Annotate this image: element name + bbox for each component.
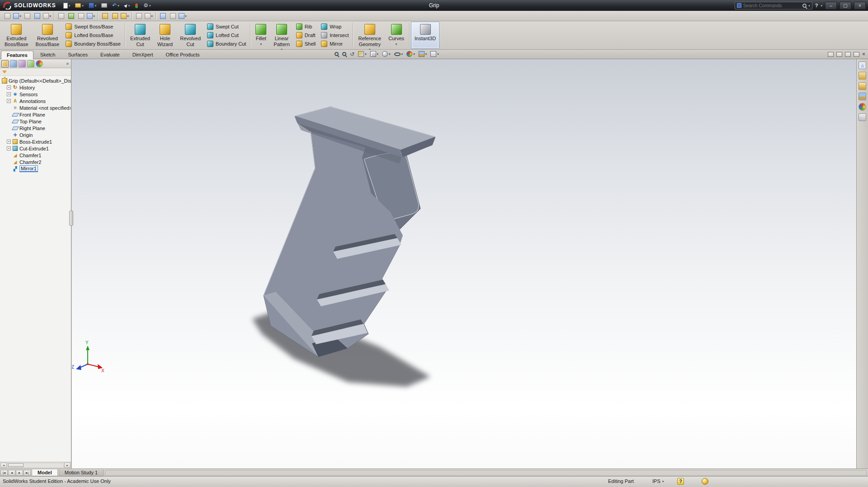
caret-icon[interactable]: ▾ bbox=[185, 14, 187, 18]
scrollbar-track[interactable] bbox=[7, 463, 64, 468]
close-pane-icon[interactable]: × bbox=[862, 52, 865, 57]
caret-icon[interactable]: ▾ bbox=[93, 14, 95, 18]
caret-icon[interactable]: ▾ bbox=[19, 14, 21, 18]
rebuild-button[interactable] bbox=[133, 1, 140, 10]
curves-button[interactable]: Curves ▾ bbox=[385, 22, 408, 49]
view-preset-icon-2[interactable] bbox=[110, 12, 119, 20]
tool-icon-6[interactable] bbox=[57, 12, 66, 20]
edit-appearance-button[interactable]: ▾ bbox=[406, 51, 416, 57]
extruded-boss-base-button[interactable]: Extruded Boss/Base bbox=[1, 22, 32, 49]
linear-pattern-button[interactable]: Linear Pattern ▾ bbox=[270, 22, 293, 49]
search-icon[interactable] bbox=[802, 4, 807, 8]
units-dropdown[interactable]: IPS ▾ bbox=[652, 478, 664, 484]
search-caret-icon[interactable]: ▾ bbox=[808, 4, 810, 7]
caret-icon[interactable]: ▾ bbox=[260, 42, 262, 46]
close-button[interactable]: × bbox=[854, 2, 866, 9]
caret-icon[interactable]: ▾ bbox=[437, 52, 439, 56]
tool-icon-13[interactable] bbox=[168, 12, 177, 20]
previous-tab-button[interactable]: ◂ bbox=[8, 470, 15, 476]
view-palette-icon[interactable] bbox=[859, 93, 866, 100]
appearances-scenes-icon[interactable] bbox=[859, 103, 866, 111]
save-button[interactable]: ▾ bbox=[87, 1, 99, 10]
scroll-left-button[interactable]: ◂ bbox=[0, 463, 7, 468]
view-orientation-button[interactable]: ▾ bbox=[369, 51, 380, 57]
displaymanager-tab-icon[interactable] bbox=[36, 60, 43, 67]
tree-item-sensors[interactable]: + ◉ Sensors bbox=[1, 91, 70, 98]
filter-funnel-icon[interactable] bbox=[2, 70, 7, 74]
expand-icon[interactable]: + bbox=[7, 140, 11, 144]
tool-icon-10[interactable] bbox=[134, 12, 143, 20]
caret-icon[interactable]: ▾ bbox=[396, 42, 397, 46]
expand-icon[interactable]: + bbox=[7, 92, 11, 96]
expand-icon[interactable]: + bbox=[7, 146, 11, 150]
zoom-to-area-button[interactable] bbox=[341, 52, 347, 56]
tool-icon-1[interactable] bbox=[3, 12, 12, 20]
caret-icon[interactable]: ▾ bbox=[377, 52, 379, 56]
restore-button[interactable]: ▢ bbox=[840, 2, 851, 9]
caret-icon[interactable]: ▾ bbox=[401, 52, 403, 56]
fillet-button[interactable]: Fillet ▾ bbox=[252, 22, 270, 49]
select-button[interactable]: ▶▾ bbox=[123, 1, 132, 10]
wrap-button[interactable]: Wrap bbox=[321, 23, 349, 30]
tree-item-boss-extrude1[interactable]: + Boss-Extrude1 bbox=[1, 138, 70, 145]
tab-office-products[interactable]: Office Products bbox=[160, 50, 206, 59]
pane-icon-1[interactable] bbox=[828, 52, 834, 57]
print-button[interactable] bbox=[99, 1, 109, 10]
tree-item-top-plane[interactable]: Top Plane bbox=[1, 118, 70, 125]
tool-icon-11[interactable]: ▾ bbox=[144, 12, 153, 20]
draft-button[interactable]: Draft bbox=[296, 32, 316, 39]
caret-icon[interactable]: ▾ bbox=[365, 52, 367, 56]
help-caret-icon[interactable]: ▾ bbox=[821, 4, 822, 7]
tab-model[interactable]: Model bbox=[32, 469, 58, 476]
tree-item-history[interactable]: + ↻ History bbox=[1, 84, 70, 91]
expand-icon[interactable]: + bbox=[7, 85, 11, 89]
graphics-viewport[interactable]: Y X Z bbox=[72, 59, 856, 468]
help-button[interactable]: ? bbox=[815, 3, 818, 8]
tool-icon-4[interactable] bbox=[33, 12, 42, 20]
new-document-button[interactable]: ▾ bbox=[61, 1, 72, 10]
scrollbar-thumb[interactable] bbox=[8, 464, 24, 467]
caret-icon[interactable]: ▾ bbox=[82, 4, 84, 7]
section-view-button[interactable]: ▾ bbox=[357, 51, 368, 57]
swept-cut-button[interactable]: Swept Cut bbox=[207, 23, 246, 30]
revolved-cut-button[interactable]: Revolved Cut bbox=[176, 22, 204, 49]
previous-view-button[interactable]: ↺ bbox=[349, 51, 355, 57]
zoom-to-fit-button[interactable] bbox=[334, 52, 340, 56]
tool-icon-3[interactable] bbox=[23, 12, 32, 20]
apply-scene-button[interactable]: ▾ bbox=[418, 51, 428, 57]
tab-sketch[interactable]: Sketch bbox=[34, 50, 61, 59]
revolved-boss-base-button[interactable]: Revolved Boss/Base bbox=[32, 22, 63, 49]
tree-item-chamfer2[interactable]: ◢ Chamfer2 bbox=[1, 159, 70, 165]
status-help-icon[interactable]: ? bbox=[677, 478, 684, 485]
minimize-button[interactable]: – bbox=[825, 2, 837, 9]
lofted-cut-button[interactable]: Lofted Cut bbox=[207, 32, 246, 39]
status-ball-icon[interactable] bbox=[702, 478, 708, 485]
caret-icon[interactable]: ▾ bbox=[118, 4, 119, 7]
search-commands-box[interactable]: ▾ bbox=[735, 2, 812, 9]
search-input[interactable] bbox=[743, 3, 801, 8]
caret-icon[interactable]: ▾ bbox=[413, 52, 415, 56]
tree-item-mirror1[interactable]: ▞ Mirror1 bbox=[1, 165, 70, 172]
first-tab-button[interactable]: |◂ bbox=[0, 470, 8, 476]
tree-horizontal-scrollbar[interactable]: ◂ ▸ bbox=[0, 462, 71, 468]
instant3d-button[interactable]: Instant3D bbox=[411, 22, 439, 49]
tab-evaluate[interactable]: Evaluate bbox=[94, 50, 126, 59]
tool-icon-14[interactable]: ▾ bbox=[178, 12, 187, 20]
options-button[interactable]: ⚙▾ bbox=[142, 1, 152, 10]
tree-item-material[interactable]: ≡ Material <not specified> bbox=[1, 104, 70, 111]
tree-item-cut-extrude1[interactable]: + Cut-Extrude1 bbox=[1, 145, 70, 152]
caret-icon[interactable]: ▾ bbox=[127, 14, 129, 18]
view-preset-icon-1[interactable] bbox=[100, 12, 109, 20]
pane-icon-4[interactable] bbox=[854, 52, 859, 57]
tool-icon-12[interactable] bbox=[158, 12, 167, 20]
configurationmanager-tab-icon[interactable] bbox=[19, 60, 26, 67]
boundary-boss-base-button[interactable]: Boundary Boss/Base bbox=[66, 40, 121, 47]
tab-motion-study-1[interactable]: Motion Study 1 bbox=[59, 469, 104, 476]
tree-item-origin[interactable]: ✛ Origin bbox=[1, 131, 70, 138]
tree-item-chamfer1[interactable]: ◢ Chamfer1 bbox=[1, 152, 70, 159]
pane-icon-2[interactable] bbox=[836, 52, 842, 57]
next-tab-button[interactable]: ▸ bbox=[16, 470, 23, 476]
tool-icon-9[interactable]: ▾ bbox=[86, 12, 95, 20]
tree-item-right-plane[interactable]: Right Plane bbox=[1, 125, 70, 131]
caret-icon[interactable]: ▾ bbox=[49, 14, 51, 18]
